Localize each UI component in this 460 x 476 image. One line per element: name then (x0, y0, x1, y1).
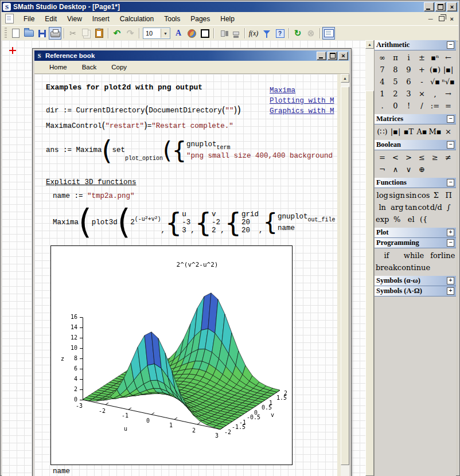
refbook-page[interactable]: Examples for plot2d with png output Maxi… (34, 74, 337, 476)
new-button[interactable] (9, 27, 22, 40)
collapse-icon[interactable]: − (447, 239, 454, 247)
symbol-5[interactable]: ≠ (442, 151, 455, 163)
symbol-4[interactable]: break (376, 262, 397, 274)
symbol-24[interactable]: . (376, 100, 389, 112)
menu-item-1[interactable]: Edit (40, 13, 62, 25)
symbol-14[interactable]: el (405, 213, 418, 225)
menu-item-7[interactable]: Help (215, 13, 240, 25)
symbol-11[interactable]: ∫ (442, 201, 455, 213)
symbol-4[interactable]: ▪ⁿ (428, 52, 442, 64)
math-ans[interactable]: ans := Maxima(setplot_option({gnuplotter… (46, 138, 333, 162)
symbol-9[interactable]: + (415, 64, 428, 76)
recalculate-button[interactable]: ↻ (291, 27, 304, 40)
collapse-icon[interactable]: − (447, 141, 454, 149)
plot-region[interactable] (50, 245, 293, 465)
save-button[interactable] (36, 27, 48, 40)
symbol-2[interactable]: for (430, 249, 441, 262)
symbol-0[interactable]: (∷) (376, 126, 389, 138)
align-horizontal-button[interactable] (216, 27, 229, 40)
menu-item-3[interactable]: Insert (87, 13, 115, 25)
symbol-1[interactable]: while (397, 249, 430, 262)
mdi-restore-icon[interactable] (439, 16, 445, 21)
math-tail-name[interactable]: name (53, 467, 70, 475)
paste-button[interactable] (93, 27, 106, 40)
symbol-11[interactable]: |▪| (442, 64, 455, 76)
symbol-23[interactable]: → (442, 88, 455, 100)
symbol-7[interactable]: ∧ (389, 163, 402, 175)
mdi-minimize-icon[interactable]: ─ (428, 15, 433, 22)
collapse-icon[interactable]: − (447, 115, 454, 123)
main-titlebar[interactable]: S SMath Studio Desktop - [Page1*] × (2, 2, 458, 12)
symbol-3[interactable]: ≤ (415, 151, 428, 163)
symbol-25[interactable]: 0 (389, 100, 402, 112)
link-graphics[interactable]: Graphics with M (270, 107, 337, 115)
font-color-button[interactable]: A (172, 27, 185, 40)
expand-icon[interactable]: + (447, 287, 454, 295)
print-button[interactable] (49, 27, 61, 40)
symbol-10[interactable]: d/d (430, 201, 442, 213)
symbol-3[interactable]: ± (415, 52, 428, 64)
cut-button[interactable]: ✂ (67, 27, 79, 40)
refbook-scrollbar[interactable]: ▲ (341, 74, 349, 476)
menu-item-6[interactable]: Pages (185, 13, 215, 25)
symbol-3[interactable]: line (441, 249, 455, 262)
symbol-14[interactable]: 6 (402, 76, 415, 88)
background-color-button[interactable] (185, 27, 198, 40)
symbol-6[interactable]: ln (376, 201, 389, 213)
symbol-15[interactable]: - (415, 76, 428, 88)
expand-icon[interactable]: + (447, 229, 454, 236)
math-name-def[interactable]: name := "tmp2a.png" (53, 192, 135, 200)
open-button[interactable] (22, 27, 35, 40)
symbol-2[interactable]: ▪T (402, 126, 415, 138)
symbol-18[interactable]: 1 (376, 88, 389, 100)
stop-button[interactable]: ⊗ (305, 27, 317, 40)
symbol-3[interactable]: cos (418, 189, 430, 201)
symbol-2[interactable]: > (402, 151, 415, 163)
symbol-6[interactable]: ¬ (376, 163, 389, 175)
scrollbar-thumb[interactable] (341, 87, 349, 465)
symbol-27[interactable]: / (415, 100, 428, 112)
symbol-15[interactable]: ({ (418, 213, 430, 225)
symbol-12[interactable]: 4 (376, 76, 389, 88)
symbol-0[interactable]: ∞ (376, 52, 389, 64)
symbol-22[interactable]: , (428, 88, 442, 100)
border-button[interactable] (198, 27, 211, 40)
menu-item-4[interactable]: Calculation (115, 13, 159, 25)
symbol-29[interactable]: = (442, 100, 455, 112)
symbol-4[interactable]: M▪ (428, 126, 442, 138)
symbol-4[interactable]: ≥ (428, 151, 442, 163)
symbol-8[interactable]: ∨ (402, 163, 415, 175)
scroll-up-icon[interactable]: ▲ (365, 40, 374, 49)
symbol-13[interactable]: 5 (389, 76, 402, 88)
symbol-28[interactable]: := (428, 100, 442, 112)
symbol-1[interactable]: sign (389, 189, 405, 201)
refbook-titlebar[interactable]: S Reference book × (34, 50, 349, 61)
show-panels-button[interactable] (322, 27, 335, 40)
symbol-0[interactable]: if (376, 249, 397, 262)
minimize-button[interactable] (424, 2, 434, 11)
symbol-5[interactable]: ← (442, 52, 455, 64)
scrollbar-thumb[interactable] (365, 91, 374, 476)
math-maxima-control[interactable]: MaximaControl("restart")="Restart comple… (46, 122, 233, 130)
toolbar-grip[interactable] (5, 28, 7, 39)
refbook-nav-1[interactable]: Back (82, 64, 97, 71)
symbol-2[interactable]: sin (405, 189, 418, 201)
link-plotting[interactable]: Plotting with M (270, 97, 337, 105)
close-button[interactable]: × (447, 2, 457, 11)
refbook-minimize-button[interactable] (317, 52, 326, 60)
symbol-10[interactable]: (▪) (428, 64, 442, 76)
undo-button[interactable]: ↶ (111, 27, 123, 40)
menu-item-2[interactable]: View (62, 13, 87, 25)
menu-item-0[interactable]: File (18, 13, 40, 25)
symbol-8[interactable]: tan (405, 201, 418, 213)
copy-button[interactable] (80, 27, 92, 40)
font-size-select[interactable]: 10 ▼ (143, 28, 170, 39)
symbol-13[interactable]: % (389, 213, 405, 225)
refbook-nav-2[interactable]: Copy (111, 64, 127, 71)
function-button[interactable]: f(x) (247, 27, 260, 40)
symbol-5[interactable]: ⨯ (442, 126, 455, 138)
symbol-5[interactable]: Π (442, 189, 455, 201)
symbol-21[interactable]: × (415, 88, 428, 100)
symbol-0[interactable]: log (376, 189, 389, 201)
collapse-icon[interactable]: − (447, 41, 454, 49)
